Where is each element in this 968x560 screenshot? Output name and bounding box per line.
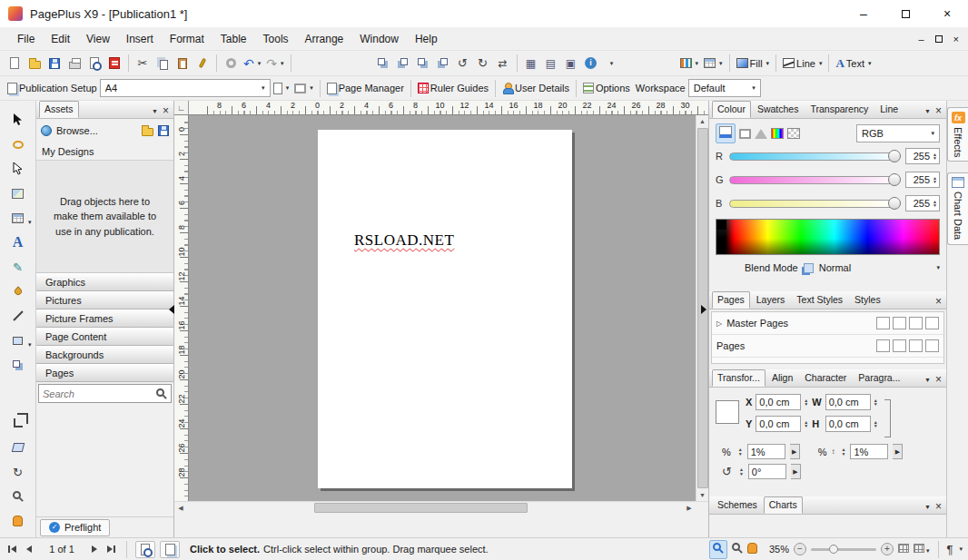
tab-assets[interactable]: Assets (39, 101, 79, 118)
insert-table-icon[interactable]: ▾ (701, 53, 726, 74)
vertical-ruler[interactable]: 0246810121416182022242628 (174, 115, 189, 501)
tab-line[interactable]: Line (874, 101, 904, 118)
preflight-tab[interactable]: ✓ Preflight (40, 519, 110, 536)
copy-icon[interactable] (153, 53, 173, 74)
page-size-select[interactable]: A4▾ (100, 79, 271, 97)
print-preview-icon[interactable] (84, 53, 104, 74)
zoom-slider-thumb[interactable] (829, 545, 838, 554)
workspace-select[interactable]: Default▾ (688, 79, 761, 97)
zoom-level[interactable]: 35% (762, 544, 789, 555)
publication-setup-button[interactable]: Publication Setup (5, 78, 100, 99)
assets-section-graphics[interactable]: Graphics (36, 273, 173, 291)
maximize-icon[interactable] (884, 0, 926, 27)
panel-menu-icon[interactable]: ▼ (924, 108, 931, 114)
scale-x-flyout-icon[interactable]: ▶ (790, 444, 800, 459)
tab-transparency[interactable]: Transparency (805, 101, 874, 118)
scale-y-flyout-icon[interactable]: ▶ (893, 444, 903, 459)
collapse-left-panel-icon[interactable] (167, 302, 176, 317)
new-page-icon[interactable] (876, 317, 890, 329)
horizontal-scrollbar[interactable]: ◀ ▶ (174, 501, 708, 514)
delete-page-icon[interactable] (909, 317, 923, 329)
red-slider-thumb[interactable] (888, 150, 901, 162)
pages-row[interactable]: Pages (712, 335, 943, 358)
grid-view-icon[interactable]: ▾ (914, 543, 930, 555)
undo-icon[interactable]: ↶▾ (241, 53, 263, 74)
perspective-tool[interactable] (5, 437, 31, 458)
zoom-in-icon[interactable]: + (881, 543, 894, 555)
redo-icon[interactable]: ↷▾ (263, 53, 286, 74)
master-pages-row[interactable]: ▷ Master Pages (712, 312, 943, 335)
assets-section-pages[interactable]: Pages (36, 364, 173, 382)
search-input[interactable] (43, 388, 156, 399)
colour-mode-select[interactable]: RGB▾ (856, 124, 940, 142)
scale-x-field[interactable]: 1% (747, 444, 785, 459)
menu-edit[interactable]: Edit (43, 29, 78, 49)
close-icon[interactable]: × (926, 0, 968, 27)
scroll-down-icon[interactable]: ▼ (696, 489, 709, 501)
no-fill-icon[interactable] (787, 128, 800, 139)
width-field[interactable]: 0,0 cm (825, 394, 871, 410)
copy-page-icon[interactable] (893, 317, 906, 329)
schemes-close-icon[interactable]: × (935, 502, 942, 511)
tab-effects[interactable]: fx Effects (947, 107, 968, 162)
tab-paragraph[interactable]: Paragra... (853, 369, 905, 387)
zoom-out-icon[interactable]: − (794, 543, 806, 555)
text-button[interactable]: AText▾ (833, 53, 874, 74)
panel-menu-icon[interactable]: ▼ (152, 108, 158, 114)
browse-button[interactable]: Browse... (56, 125, 98, 136)
menu-view[interactable]: View (78, 29, 118, 49)
print-icon[interactable] (64, 53, 84, 74)
zoom-select-icon[interactable] (709, 540, 727, 559)
group-tool[interactable] (5, 354, 31, 376)
page-colour-button[interactable]: ▾ (291, 78, 316, 99)
menu-format[interactable]: Format (162, 29, 212, 49)
save-assets-icon[interactable] (158, 125, 169, 136)
green-slider[interactable] (729, 176, 900, 184)
red-slider[interactable] (729, 152, 900, 161)
menu-tools[interactable]: Tools (255, 29, 297, 49)
scale-y-field[interactable]: 1% (850, 444, 888, 459)
document-page[interactable]: RSLOAD.NET (318, 130, 572, 488)
menu-insert[interactable]: Insert (118, 29, 162, 49)
user-details-button[interactable]: User Details (499, 78, 572, 99)
lasso-tool[interactable] (5, 133, 31, 155)
page-text[interactable]: RSLOAD.NET (354, 231, 454, 250)
menu-file[interactable]: File (9, 29, 43, 49)
tab-pages[interactable]: Pages (712, 291, 750, 309)
page-properties-icon[interactable] (925, 339, 939, 352)
delete-page-icon[interactable] (909, 339, 923, 352)
doc-minimize-icon[interactable]: – (918, 34, 924, 44)
tab-charts[interactable]: Charts (764, 496, 803, 514)
group-objects-icon[interactable]: ▣ (561, 53, 581, 74)
pen-tool[interactable] (5, 305, 31, 327)
tab-chart-data[interactable]: Chart Data (947, 172, 968, 244)
panel-menu-icon[interactable]: ▼ (924, 504, 931, 510)
send-backward-icon[interactable] (433, 53, 453, 74)
align-objects-icon[interactable]: ▦ (521, 53, 541, 74)
scroll-left-icon[interactable]: ◀ (174, 502, 187, 514)
menu-arrange[interactable]: Arrange (297, 29, 352, 49)
next-page-button[interactable] (89, 545, 100, 553)
fit-page-button[interactable] (135, 541, 155, 558)
fill-colour-target[interactable] (716, 123, 736, 143)
black-swatch[interactable] (716, 220, 726, 230)
insert-chart-icon[interactable]: ▾ (677, 53, 702, 74)
canvas[interactable]: RSLOAD.NET (189, 115, 696, 501)
rotate-left-icon[interactable]: ↺ (453, 53, 473, 74)
help-info-icon[interactable]: i (581, 53, 601, 74)
blend-mode-dropdown-icon[interactable]: ▾ (936, 264, 940, 271)
text-colour-target[interactable] (755, 129, 767, 139)
previous-page-button[interactable] (24, 545, 35, 553)
zoom-icon[interactable] (732, 543, 743, 556)
send-to-back-icon[interactable] (393, 53, 413, 74)
tab-colour[interactable]: Colour (712, 101, 751, 118)
pan-tool[interactable] (5, 510, 31, 532)
tab-layers[interactable]: Layers (751, 291, 791, 309)
blue-slider[interactable] (729, 200, 900, 208)
formatting-marks-dropdown-icon[interactable]: ▾ (959, 545, 963, 553)
search-icon[interactable] (156, 388, 164, 397)
quickshape-tool[interactable]: ▾ (5, 329, 31, 351)
red-value-field[interactable]: 255▲▼ (905, 148, 940, 164)
panel-menu-icon[interactable]: ▼ (924, 377, 931, 383)
page-properties-icon[interactable] (925, 317, 939, 329)
